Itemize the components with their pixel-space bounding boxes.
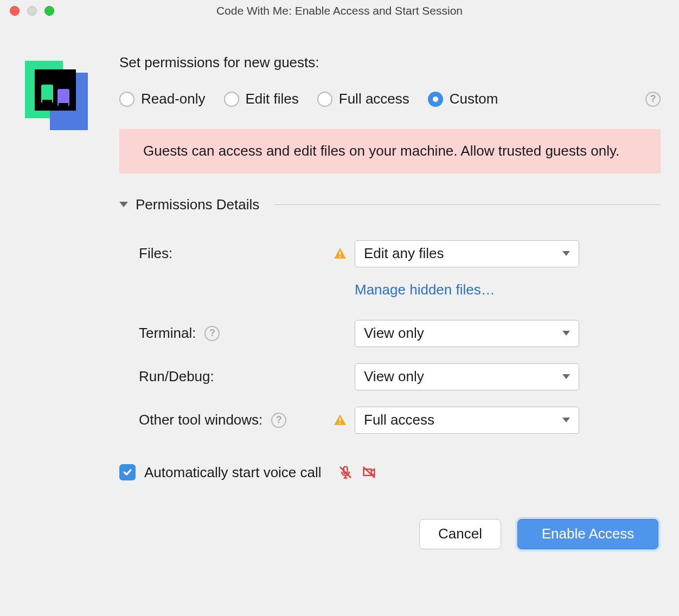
- radio-label: Read-only: [141, 91, 206, 107]
- chevron-down-icon: [562, 418, 570, 422]
- svg-rect-7: [340, 251, 341, 255]
- radio-edit-files[interactable]: Edit files: [224, 91, 299, 107]
- maximize-window-button[interactable]: [44, 6, 54, 16]
- svg-rect-8: [340, 256, 341, 257]
- permission-label: Run/Debug:: [139, 368, 214, 385]
- help-icon[interactable]: ?: [204, 326, 220, 341]
- radio-icon: [317, 92, 332, 107]
- minimize-window-button[interactable]: [27, 6, 37, 16]
- cancel-button[interactable]: Cancel: [419, 519, 501, 549]
- voice-call-row: Automatically start voice call: [119, 464, 661, 481]
- permission-row-files: Files: Edit any files: [119, 240, 661, 267]
- dialog-buttons: Cancel Enable Access: [119, 519, 661, 549]
- permission-label: Files:: [139, 245, 172, 262]
- voice-call-label: Automatically start voice call: [144, 464, 322, 481]
- svg-rect-4: [42, 100, 52, 103]
- titlebar: Code With Me: Enable Access and Start Se…: [0, 0, 679, 22]
- radio-full-access[interactable]: Full access: [317, 91, 409, 107]
- permission-label: Terminal:: [139, 325, 196, 342]
- close-window-button[interactable]: [10, 6, 20, 16]
- radio-icon: [224, 92, 239, 107]
- traffic-lights: [10, 6, 54, 16]
- files-permission-select[interactable]: Edit any files: [355, 240, 579, 267]
- button-label: Cancel: [438, 525, 482, 542]
- help-icon[interactable]: ?: [645, 92, 661, 107]
- permission-label: Other tool windows:: [139, 412, 262, 428]
- permissions-heading: Set permissions for new guests:: [119, 54, 661, 71]
- window-title: Code With Me: Enable Access and Start Se…: [0, 4, 679, 17]
- permission-row-run-debug: Run/Debug: View only: [119, 363, 661, 390]
- chevron-down-icon: [562, 331, 570, 336]
- radio-label: Full access: [339, 91, 409, 107]
- code-with-me-logo-icon: [22, 61, 91, 130]
- svg-rect-10: [340, 422, 341, 424]
- divider: [274, 204, 661, 205]
- chevron-down-icon: [562, 251, 570, 256]
- radio-label: Custom: [450, 91, 498, 107]
- permission-row-other-tools: Other tool windows: ? Full access: [119, 407, 661, 434]
- help-icon[interactable]: ?: [271, 413, 286, 428]
- chevron-down-icon: [562, 374, 570, 379]
- other-tools-permission-select[interactable]: Full access: [355, 407, 579, 434]
- button-label: Enable Access: [542, 525, 635, 542]
- radio-icon: [428, 92, 443, 107]
- section-title: Permissions Details: [136, 196, 259, 213]
- microphone-off-icon[interactable]: [338, 465, 353, 480]
- select-value: Full access: [364, 412, 434, 428]
- enable-access-button[interactable]: Enable Access: [517, 519, 658, 549]
- svg-rect-2: [35, 69, 76, 111]
- svg-rect-9: [340, 418, 341, 421]
- chevron-down-icon: [119, 202, 128, 207]
- terminal-permission-select[interactable]: View only: [355, 320, 579, 347]
- permission-preset-radios: Read-only Edit files Full access Custom …: [119, 91, 661, 107]
- warning-icon: [333, 247, 347, 261]
- warning-banner: Guests can access and edit files on your…: [119, 129, 661, 174]
- permissions-details-header[interactable]: Permissions Details: [119, 196, 661, 213]
- radio-label: Edit files: [246, 91, 299, 107]
- voice-call-checkbox[interactable]: [119, 464, 136, 480]
- select-value: View only: [364, 368, 424, 385]
- manage-hidden-files-link[interactable]: Manage hidden files…: [355, 281, 495, 298]
- radio-read-only[interactable]: Read-only: [119, 91, 206, 107]
- radio-icon: [119, 92, 134, 107]
- run-debug-permission-select[interactable]: View only: [355, 363, 579, 390]
- permission-row-terminal: Terminal: ? View only: [119, 320, 661, 347]
- select-value: View only: [364, 325, 424, 342]
- warning-icon: [333, 413, 347, 427]
- select-value: Edit any files: [364, 245, 444, 262]
- svg-rect-6: [59, 103, 68, 106]
- radio-custom[interactable]: Custom: [428, 91, 498, 107]
- camera-off-icon[interactable]: [362, 465, 377, 480]
